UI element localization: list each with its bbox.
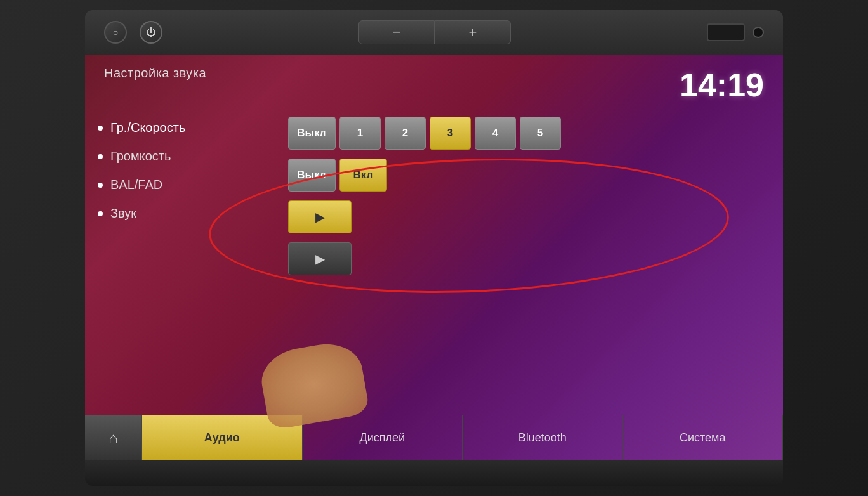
menu-label-speed: Гр./Скорость <box>110 121 185 135</box>
menu-item-sound[interactable]: Звук <box>98 202 275 225</box>
speed-2-button[interactable]: 2 <box>385 117 426 150</box>
connector-port <box>707 23 745 41</box>
circle-button[interactable]: ○ <box>104 21 127 44</box>
power-button[interactable]: ⏻ <box>140 21 162 44</box>
screen-content: Гр./Скорость Громкость BAL/FAD Звук <box>85 110 783 415</box>
nav-tab-display[interactable]: Дисплей <box>303 415 463 460</box>
speed-off-button[interactable]: Выкл <box>288 117 336 150</box>
top-bar-center: − + <box>358 20 511 44</box>
minus-button[interactable]: − <box>358 20 435 44</box>
menu-label-volume: Громкость <box>110 149 171 164</box>
screen-nav: ⌂ Аудио Дисплей Bluetooth Система <box>85 415 783 460</box>
top-bar-left: ○ ⏻ <box>104 21 162 44</box>
home-icon: ⌂ <box>109 429 118 447</box>
speed-3-button[interactable]: 3 <box>430 117 471 150</box>
home-button[interactable]: ⌂ <box>85 415 142 460</box>
top-bar-right <box>707 23 764 41</box>
play-button-1[interactable]: ▶ <box>288 200 352 233</box>
left-menu: Гр./Скорость Громкость BAL/FAD Звук <box>98 110 275 415</box>
volume-control-row: Выкл Вкл <box>288 159 770 192</box>
plus-button[interactable]: + <box>435 20 511 44</box>
play-row-2: ▶ <box>288 242 770 275</box>
bottom-hardware-bar <box>85 460 783 486</box>
nav-tab-audio-label: Аудио <box>204 431 240 445</box>
play-icon-2: ▶ <box>315 251 325 266</box>
menu-item-volume[interactable]: Громкость <box>98 145 275 167</box>
menu-label-balfad: BAL/FAD <box>110 178 162 192</box>
menu-dot <box>98 126 103 131</box>
screen-time: 14:19 <box>680 66 764 104</box>
nav-tab-system[interactable]: Система <box>623 415 784 460</box>
screen-title: Настройка звука <box>104 66 206 81</box>
screen-wrapper: Настройка звука 14:19 Гр./Скорость Громк… <box>85 55 783 460</box>
speed-5-button[interactable]: 5 <box>520 117 561 150</box>
menu-dot <box>98 154 103 159</box>
speed-1-button[interactable]: 1 <box>339 117 381 150</box>
speed-4-button[interactable]: 4 <box>475 117 516 150</box>
volume-on-button[interactable]: Вкл <box>339 159 387 192</box>
menu-item-balfad[interactable]: BAL/FAD <box>98 174 275 196</box>
play-button-2[interactable]: ▶ <box>288 242 352 275</box>
play-icon-1: ▶ <box>315 209 325 225</box>
screen-header: Настройка звука 14:19 <box>85 55 783 110</box>
nav-tab-bluetooth[interactable]: Bluetooth <box>463 415 623 460</box>
headphone-port <box>753 27 764 38</box>
nav-tab-bluetooth-label: Bluetooth <box>518 431 567 445</box>
nav-tab-display-label: Дисплей <box>359 431 405 445</box>
menu-dot <box>98 183 103 188</box>
menu-label-sound: Звук <box>110 206 136 221</box>
menu-dot <box>98 211 103 216</box>
nav-tab-system-label: Система <box>680 431 726 445</box>
menu-item-speed[interactable]: Гр./Скорость <box>98 117 275 139</box>
volume-off-button[interactable]: Выкл <box>288 159 336 192</box>
top-hardware-bar: ○ ⏻ − + <box>85 10 783 55</box>
play-row-1: ▶ <box>288 200 770 233</box>
screen: Настройка звука 14:19 Гр./Скорость Громк… <box>85 55 783 460</box>
device-outer: ○ ⏻ − + Настройка звука 14:19 <box>0 0 868 496</box>
speed-control-row: Выкл 1 2 3 4 5 <box>288 117 770 150</box>
